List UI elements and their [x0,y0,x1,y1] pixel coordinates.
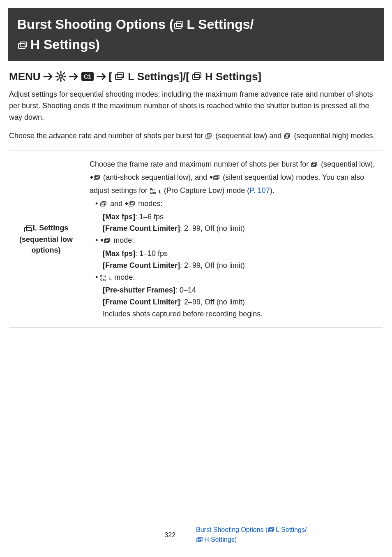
psf-val: : 0–14 [175,286,196,294]
page-title: Burst Shooting Options (L Settings/ H Se… [17,17,254,52]
fcl3-label: [Frame Count Limiter] [103,298,180,306]
footer-section-link[interactable]: Burst Shooting Options (L Settings/ H Se… [196,525,392,545]
table-row: L Settings (sequential low options) Choo… [9,151,383,327]
r1-intro-c: (anti-shock sequential low), and [101,173,209,181]
psf: [Pre-shutter Frames]: 0–14 [103,284,376,296]
burst-icon [115,70,125,83]
r1-intro-b: (sequential low), [319,160,375,168]
arrow-icon [69,72,78,81]
b3: mode: [112,273,135,281]
includes-note: Includes shots captured before recording… [103,308,376,320]
footer-a: Burst Shooting Options ( [196,526,267,533]
seq-high-icon: H [284,132,291,143]
bracket: [ [109,70,113,83]
label-l3: options) [32,246,61,254]
burst-icon [192,70,202,83]
fcl3-val: : 2–99, Off (no limit) [180,298,245,306]
maxfps-2: [Max fps]: 1–10 fps [103,248,376,260]
anti-shock-seq-low-icon: L [125,199,136,211]
svg-text:Cap: Cap [100,278,106,281]
footer-b: L Settings/ [276,526,307,533]
maxfps2-label: [Max fps] [103,249,135,258]
page-number: 322 [0,531,196,539]
pro-cap-low-icon: ProCapL [100,273,112,285]
maxfps1-val: : 1–6 fps [135,213,164,221]
c1-icon [81,72,94,81]
anti-shock-seq-low-icon: L [90,173,101,185]
seq-low-icon: L [100,199,108,211]
seq-low-icon: L [311,160,318,172]
title-text-1: Burst Shooting Options ( [17,17,173,32]
arrow-icon [43,72,53,81]
burst-icon [268,527,275,536]
fcl2-label: [Frame Count Limiter] [103,261,180,269]
b1-a: and [108,200,125,208]
fcl1-val: : 2–99, Off (no limit) [180,224,245,232]
p2-a: Choose the advance rate and number of sh… [9,132,205,140]
maxfps-1: [Max fps]: 1–6 fps [103,211,376,223]
b2: mode: [111,236,134,244]
title-text-L: L Settings/ [187,17,254,32]
psf-label: [Pre-shutter Frames] [103,286,175,294]
bullet-3: • ProCapL mode: [95,272,376,285]
fcl-1: [Frame Count Limiter]: 2–99, Off (no lim… [103,223,376,234]
svg-text:L: L [159,190,161,194]
arrow-icon [97,72,106,81]
burst-icon [24,224,32,234]
burst-icon [196,536,204,545]
subhead-H: H Settings] [205,70,261,83]
intro-paragraph-2: Choose the advance rate and number of sh… [9,130,383,143]
label-l1: L Settings [33,224,69,232]
page-ref-link[interactable]: P. 107 [249,186,270,195]
b1-b: modes: [136,200,162,208]
label-l2: (sequential low [19,235,73,244]
r1-intro-a: Choose the frame rate and maximum number… [90,160,311,168]
menu-path: MENU [L Settings]/[H Settings] [9,70,383,83]
p2-b: (sequential low) and [213,132,284,140]
fcl-3: [Frame Count Limiter]: 2–99, Off (no lim… [103,296,376,308]
row-content: Choose the frame rate and maximum number… [83,151,383,327]
svg-text:Cap: Cap [150,191,156,194]
r1-intro-e: (Pro Capture Low) mode ( [162,186,249,195]
menu-label: MENU [9,70,41,83]
seq-low-icon: L [205,132,213,143]
maxfps1-label: [Max fps] [103,213,135,221]
fcl1-label: [Frame Count Limiter] [103,224,180,232]
p2-c: (sequential high) modes. [292,132,375,140]
burst-icon [174,16,186,35]
bullet-2: • L mode: [95,234,376,248]
pro-cap-low-icon: ProCapL [150,186,161,198]
silent-seq-low-icon: L [210,173,220,185]
svg-text:L: L [109,276,112,281]
r1-intro-f: ). [270,186,274,195]
page-footer: 322 Burst Shooting Options (L Settings/ … [0,525,392,545]
row-label: L Settings (sequential low options) [9,151,83,327]
gear-icon [55,71,66,82]
settings-table: L Settings (sequential low options) Choo… [9,151,383,327]
subhead-L: L Settings]/[ [128,70,189,83]
fcl-2: [Frame Count Limiter]: 2–99, Off (no lim… [103,260,376,272]
footer-c: H Settings) [204,536,237,543]
page-title-banner: Burst Shooting Options (L Settings/ H Se… [8,8,384,61]
silent-seq-low-icon: L [100,236,111,248]
intro-paragraph-1: Adjust settings for sequential shooting … [9,89,383,123]
title-text-H: H Settings) [30,37,100,52]
maxfps2-val: : 1–10 fps [135,249,168,258]
burst-icon [18,36,30,55]
bullet-1: • L and L modes: [95,198,376,211]
fcl2-val: : 2–99, Off (no limit) [180,261,245,269]
